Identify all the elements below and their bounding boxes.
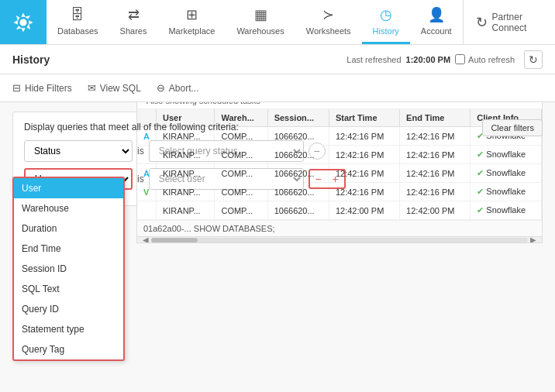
nav-label-warehouses: Warehouses — [236, 26, 284, 36]
dropdown-item-end-time[interactable]: End Time — [14, 239, 123, 259]
sql-icon: ✉ — [88, 82, 96, 94]
databases-icon: 🗄 — [71, 7, 84, 23]
sql-text: 01a62a00-... SHOW DATABASES; — [143, 224, 275, 233]
dropdown-item-statement-type[interactable]: Statement type — [14, 319, 123, 339]
dropdown-item-sql-text[interactable]: SQL Text — [14, 279, 123, 299]
cell-client: ✔ Snowflake — [471, 164, 542, 183]
abort-button[interactable]: ⊖ Abort... — [157, 82, 199, 94]
cell-end-time: 12:42:16 PM — [400, 127, 471, 146]
page-header: History Last refreshed 1:20:00 PM Auto r… — [0, 45, 555, 74]
col-start-time: Start Time — [329, 109, 399, 127]
nav-item-shares[interactable]: ⇄ Shares — [109, 0, 158, 44]
hide-filters-button[interactable]: ⊟ Hide Filters — [12, 82, 72, 94]
scroll-thumb[interactable] — [151, 238, 198, 242]
dropdown-item-query-id[interactable]: Query ID — [14, 299, 123, 319]
table-row[interactable]: KIRANP... COMP... 1066620... 12:42:00 PM… — [137, 201, 542, 220]
shares-icon: ⇄ — [128, 6, 140, 23]
cell-session: 1066620... — [267, 201, 329, 220]
nav-items: 🗄 Databases ⇄ Shares ⊞ Marketplace ▦ War… — [47, 0, 463, 44]
toolbar: ⊟ Hide Filters ✉ View SQL ⊖ Abort... — [0, 74, 555, 102]
svg-point-9 — [20, 19, 27, 26]
nav-label-databases: Databases — [57, 26, 98, 36]
cell-warehouse: COMP... — [215, 201, 267, 220]
dropdown-item-query-tag[interactable]: Query Tag — [14, 339, 123, 359]
nav-label-shares: Shares — [120, 26, 147, 36]
cell-client: ✔ Snowflake — [471, 201, 542, 220]
cell-end-time: 12:42:16 PM — [400, 164, 471, 183]
view-sql-button[interactable]: ✉ View SQL — [88, 82, 141, 94]
clear-filters-button[interactable]: Clear filters — [482, 119, 543, 136]
warehouses-icon: ▦ — [254, 6, 267, 23]
view-sql-label: View SQL — [100, 83, 141, 94]
nav-item-marketplace[interactable]: ⊞ Marketplace — [157, 0, 226, 44]
abort-label: Abort... — [169, 83, 199, 94]
abort-icon: ⊖ — [157, 82, 165, 94]
nav-item-databases[interactable]: 🗄 Databases — [47, 0, 109, 44]
nav-label-worksheets: Worksheets — [306, 26, 351, 36]
cell-client: ✔ Snowflake — [471, 183, 542, 201]
last-refreshed-area: Last refreshed 1:20:00 PM Auto refresh ↻ — [346, 50, 543, 69]
main-content: Clear filters Display queries that meet … — [0, 102, 555, 392]
field-dropdown: User Warehouse Duration End Time Session… — [12, 177, 125, 361]
cell-end-time: 12:42:00 PM — [400, 201, 471, 220]
filter-is-label-1: is — [137, 146, 144, 156]
nav-label-history: History — [373, 26, 399, 36]
cell-start-time: 12:42:16 PM — [329, 146, 399, 164]
last-refreshed-label: Last refreshed — [346, 55, 401, 64]
sql-preview-row[interactable]: 01a62a00-... SHOW DATABASES; — [137, 220, 542, 236]
dropdown-item-duration[interactable]: Duration — [14, 218, 123, 239]
history-icon: ◷ — [380, 6, 392, 23]
filter-icon: ⊟ — [12, 82, 21, 94]
auto-refresh-label[interactable]: Auto refresh — [455, 54, 515, 64]
page-title: History — [12, 53, 346, 66]
nav-label-account: Account — [421, 26, 452, 36]
auto-refresh-checkbox[interactable] — [455, 54, 465, 64]
cell-status — [137, 201, 156, 220]
account-icon: 👤 — [428, 6, 445, 23]
cell-start-time: 12:42:00 PM — [329, 201, 399, 220]
nav-logo[interactable] — [0, 0, 47, 44]
cell-end-time: 12:42:16 PM — [400, 183, 471, 201]
partner-connect-label: Partner Connect — [492, 12, 543, 33]
dropdown-item-warehouse[interactable]: Warehouse — [14, 198, 123, 218]
dropdown-item-user[interactable]: User — [14, 178, 123, 198]
partner-connect-button[interactable]: ↻ Partner Connect — [463, 0, 555, 44]
nav-item-worksheets[interactable]: ≻ Worksheets — [295, 0, 362, 44]
table-note-2: Also showing scheduled tasks — [137, 102, 542, 109]
nav-item-warehouses[interactable]: ▦ Warehouses — [226, 0, 295, 44]
nav-item-history[interactable]: ◷ History — [362, 0, 410, 44]
marketplace-icon: ⊞ — [186, 6, 198, 23]
cell-start-time: 12:42:16 PM — [329, 127, 399, 146]
refresh-button[interactable]: ↻ — [524, 50, 543, 69]
scroll-right-arrow[interactable]: ▶ — [528, 236, 539, 243]
col-session: Session... — [267, 109, 329, 127]
nav-label-marketplace: Marketplace — [168, 26, 215, 36]
refresh-time-value: 1:20:00 PM — [406, 55, 450, 64]
hide-filters-label: Hide Filters — [25, 83, 72, 94]
cell-end-time: 12:42:16 PM — [400, 146, 471, 164]
top-nav: 🗄 Databases ⇄ Shares ⊞ Marketplace ▦ War… — [0, 0, 555, 45]
scroll-left-arrow[interactable]: ◀ — [140, 236, 151, 243]
filter-field-select-1[interactable]: Status — [24, 140, 133, 162]
horizontal-scrollbar[interactable]: ◀ ▶ — [137, 236, 542, 242]
scroll-track[interactable] — [151, 238, 528, 242]
dropdown-item-session-id[interactable]: Session ID — [14, 259, 123, 279]
partner-connect-icon: ↻ — [476, 14, 488, 31]
cell-user: KIRANP... — [156, 201, 214, 220]
col-end-time: End Time — [400, 109, 471, 127]
cell-client: ✔ Snowflake — [471, 146, 542, 164]
worksheets-icon: ≻ — [322, 6, 334, 23]
nav-item-account[interactable]: 👤 Account — [410, 0, 463, 44]
